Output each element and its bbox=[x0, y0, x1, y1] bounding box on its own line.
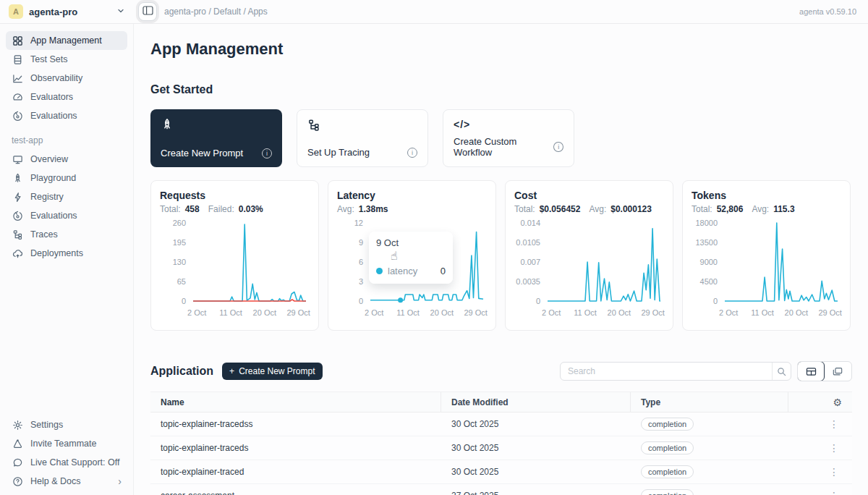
card-view-button[interactable] bbox=[824, 362, 851, 381]
info-icon[interactable]: i bbox=[553, 142, 563, 152]
create-new-prompt-card[interactable]: Create New Prompt i bbox=[150, 109, 282, 167]
chevron-down-icon bbox=[116, 5, 125, 18]
breadcrumb[interactable]: agenta-pro / Default / Apps bbox=[164, 7, 268, 17]
application-heading: Application bbox=[150, 365, 213, 378]
svg-text:0: 0 bbox=[359, 297, 363, 305]
sidebar-item-test-sets[interactable]: Test Sets bbox=[6, 50, 127, 69]
column-header-date-modified: Date Modified bbox=[441, 392, 631, 412]
grid-icon bbox=[12, 35, 23, 46]
get-started-cards: Create New Prompt i Set Up Tracing i </>… bbox=[150, 109, 852, 167]
sidebar: App Management Test Sets Observability E… bbox=[0, 24, 134, 495]
sidebar-item-label: Live Chat Support: Off bbox=[30, 457, 119, 468]
table-settings-gear-icon[interactable]: ⚙ bbox=[833, 397, 842, 408]
metrics-charts: Requests Total:458Failed:0.03% 260195130… bbox=[150, 180, 852, 331]
chart-stats: Total:458Failed:0.03% bbox=[160, 204, 310, 214]
svg-text:195: 195 bbox=[173, 238, 186, 247]
svg-text:20 Oct: 20 Oct bbox=[608, 308, 631, 317]
table-row[interactable]: topic-explainer-tracedss 30 Oct 2025 com… bbox=[150, 412, 852, 436]
table-row[interactable]: topic-explainer-traced 30 Oct 2025 compl… bbox=[150, 460, 852, 484]
sidebar-item-invite-teammate[interactable]: Invite Teammate bbox=[6, 434, 127, 453]
sidebar-panel-icon bbox=[142, 5, 153, 18]
type-badge: completion bbox=[641, 441, 694, 454]
sidebar-item-live-chat[interactable]: Live Chat Support: Off bbox=[6, 453, 127, 472]
card-label: Create New Prompt bbox=[161, 148, 243, 158]
speedometer-icon bbox=[12, 210, 23, 221]
svg-text:2 Oct: 2 Oct bbox=[365, 308, 383, 317]
workspace-selector[interactable]: A agenta-pro bbox=[0, 4, 134, 19]
sidebar-item-label: Evaluations bbox=[30, 111, 77, 121]
svg-text:13500: 13500 bbox=[695, 238, 718, 247]
sidebar-item-label: Test Sets bbox=[30, 54, 67, 64]
search-icon[interactable] bbox=[772, 363, 791, 380]
plus-icon: + bbox=[229, 366, 234, 376]
invite-teammate-icon bbox=[12, 438, 23, 449]
table-view-button[interactable] bbox=[797, 361, 825, 381]
workspace-avatar: A bbox=[9, 4, 23, 19]
table-icon bbox=[12, 54, 23, 65]
cost-line-chart[interactable]: 0.0140.01050.0070.003502 Oct11 Oct20 Oct… bbox=[514, 216, 665, 323]
cost-chart-card: Cost Total:$0.056452Avg:$0.000123 0.0140… bbox=[505, 180, 673, 331]
type-badge: completion bbox=[641, 418, 694, 431]
create-custom-workflow-card[interactable]: </> Create Custom Workflow i bbox=[443, 109, 574, 167]
info-icon[interactable]: i bbox=[407, 148, 417, 158]
table-row[interactable]: topic-explainer-traceds 30 Oct 2025 comp… bbox=[150, 436, 852, 460]
requests-line-chart[interactable]: 2601951306502 Oct11 Oct20 Oct29 Oct bbox=[160, 216, 311, 323]
sidebar-item-label: Settings bbox=[30, 420, 63, 430]
card-label: Set Up Tracing bbox=[307, 147, 370, 158]
svg-text:4500: 4500 bbox=[700, 277, 718, 286]
create-new-prompt-button[interactable]: + Create New Prompt bbox=[222, 363, 322, 380]
svg-text:3: 3 bbox=[359, 277, 363, 286]
table-row[interactable]: career-assessment 27 Oct 2025 completion… bbox=[150, 484, 852, 495]
info-icon[interactable]: i bbox=[262, 148, 272, 158]
sidebar-item-traces[interactable]: Traces bbox=[6, 225, 127, 244]
monitor-icon bbox=[12, 153, 23, 165]
row-menu-kebab-icon[interactable]: ⋮ bbox=[826, 419, 842, 429]
mouse-cursor-icon: ☝ bbox=[391, 249, 398, 263]
sidebar-item-registry[interactable]: Registry bbox=[6, 187, 127, 206]
sidebar-item-evaluations[interactable]: Evaluations bbox=[6, 106, 127, 125]
applications-table: Name Date Modified Type ⚙ topic-explaine… bbox=[150, 392, 852, 495]
chat-bubble-icon bbox=[12, 457, 23, 468]
sidebar-item-label: Playground bbox=[30, 173, 76, 183]
row-menu-kebab-icon[interactable]: ⋮ bbox=[826, 443, 842, 453]
rocket-icon bbox=[161, 118, 272, 134]
svg-text:9000: 9000 bbox=[700, 258, 718, 266]
set-up-tracing-card[interactable]: Set Up Tracing i bbox=[297, 109, 428, 167]
search-input[interactable] bbox=[561, 366, 772, 376]
sidebar-item-deployments[interactable]: Deployments bbox=[6, 244, 127, 263]
sidebar-bottom-group: Settings Invite Teammate Live Chat Suppo… bbox=[0, 415, 133, 495]
sidebar-collapse-button[interactable] bbox=[138, 2, 157, 21]
app-name: topic-explainer-tracedss bbox=[150, 419, 441, 429]
svg-text:20 Oct: 20 Oct bbox=[253, 308, 276, 317]
sidebar-item-overview[interactable]: Overview bbox=[6, 150, 127, 169]
sidebar-item-observability[interactable]: Observability bbox=[6, 69, 127, 88]
sidebar-item-app-management[interactable]: App Management bbox=[6, 31, 127, 50]
tokens-line-chart[interactable]: 18000135009000450002 Oct11 Oct20 Oct29 O… bbox=[692, 216, 843, 323]
tree-structure-icon bbox=[12, 229, 23, 240]
app-date: 30 Oct 2025 bbox=[441, 419, 631, 429]
sidebar-item-playground[interactable]: Playground bbox=[6, 169, 127, 187]
row-menu-kebab-icon[interactable]: ⋮ bbox=[826, 491, 842, 495]
rocket-icon bbox=[12, 172, 23, 184]
sidebar-item-label: Evaluators bbox=[30, 92, 73, 102]
trend-chart-icon bbox=[12, 72, 23, 84]
row-menu-kebab-icon[interactable]: ⋮ bbox=[826, 467, 842, 477]
create-button-label: Create New Prompt bbox=[239, 366, 315, 376]
chart-title: Latency bbox=[337, 190, 487, 201]
sidebar-item-label: Evaluations bbox=[30, 211, 77, 221]
sidebar-item-settings[interactable]: Settings bbox=[6, 415, 127, 434]
sidebar-item-evaluators[interactable]: Evaluators bbox=[6, 88, 127, 106]
workspace-name: agenta-pro bbox=[29, 7, 111, 17]
view-toggle bbox=[797, 361, 852, 381]
svg-text:11 Oct: 11 Oct bbox=[396, 308, 420, 317]
main-content: App Management Get Started Create New Pr… bbox=[134, 24, 868, 495]
svg-text:29 Oct: 29 Oct bbox=[818, 308, 841, 317]
app-name: topic-explainer-traceds bbox=[150, 443, 441, 453]
svg-text:0.0035: 0.0035 bbox=[516, 277, 540, 286]
sidebar-item-evaluations-app[interactable]: Evaluations bbox=[6, 206, 127, 225]
gauge-icon bbox=[12, 91, 23, 103]
type-badge: completion bbox=[641, 465, 694, 478]
sidebar-item-help-docs[interactable]: Help & Docs › bbox=[6, 472, 127, 491]
cloud-arrow-icon bbox=[12, 248, 23, 259]
svg-text:20 Oct: 20 Oct bbox=[785, 308, 808, 317]
